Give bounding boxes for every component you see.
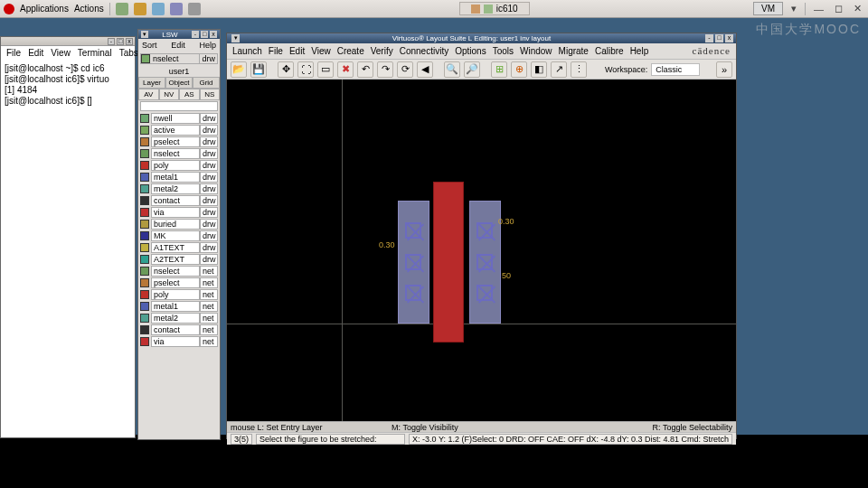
tool-icon-4[interactable]: ↗ xyxy=(551,61,567,78)
command-prompt[interactable]: Select the figure to be stretched: xyxy=(256,434,405,445)
launcher-icon-3[interactable] xyxy=(152,3,165,15)
more-icon[interactable]: » xyxy=(716,61,732,78)
tool-icon-3[interactable]: ◧ xyxy=(531,61,547,78)
menu-options[interactable]: Options xyxy=(455,46,486,56)
layer-row[interactable]: burieddrw xyxy=(140,218,218,230)
close-icon[interactable]: x xyxy=(210,31,217,38)
menu-file[interactable]: File xyxy=(269,46,283,56)
maximize-icon[interactable]: □ xyxy=(117,38,124,45)
zoom-out-icon[interactable]: 🔍 xyxy=(444,61,460,78)
layer-row[interactable]: nwelldrw xyxy=(140,112,218,124)
layer-row[interactable]: polynet xyxy=(140,288,218,300)
menu-help[interactable]: Help xyxy=(199,41,216,50)
minimize-icon[interactable]: - xyxy=(192,31,199,38)
tool-icon-1[interactable]: ⊞ xyxy=(491,61,507,78)
btn-as[interactable]: AS xyxy=(179,89,200,100)
menu-view[interactable]: View xyxy=(51,48,71,58)
layout-canvas[interactable]: 0.30 0.30 50 xyxy=(227,80,736,421)
menu-view[interactable]: View xyxy=(311,46,331,56)
undo-icon[interactable]: ↶ xyxy=(357,61,373,78)
launcher-icon-1[interactable] xyxy=(116,3,128,15)
menu-tabs[interactable]: Tabs xyxy=(119,48,138,58)
terminal-titlebar[interactable]: - □ x xyxy=(1,37,135,46)
menu-help[interactable]: Help xyxy=(630,46,649,56)
layer-row[interactable]: contactnet xyxy=(140,324,218,335)
pan-icon[interactable]: ✥ xyxy=(278,61,294,78)
layer-row[interactable]: MKdrw xyxy=(140,230,218,241)
open-icon[interactable]: 📂 xyxy=(231,61,247,78)
btn-av[interactable]: AV xyxy=(138,89,159,100)
layer-row[interactable]: A1TEXTdrw xyxy=(140,241,218,253)
applications-menu[interactable]: Applications xyxy=(20,4,69,14)
launcher-icon-2[interactable] xyxy=(134,3,146,15)
menu-verify[interactable]: Verify xyxy=(371,46,393,56)
menu-tools[interactable]: Tools xyxy=(493,46,514,56)
minimize-icon[interactable]: - xyxy=(108,38,115,45)
layer-row[interactable]: pselectdrw xyxy=(140,136,218,147)
minimize-icon[interactable]: — xyxy=(811,4,826,14)
layer-row[interactable]: metal1drw xyxy=(140,171,218,183)
menu-launch[interactable]: Launch xyxy=(232,46,262,56)
layer-row[interactable]: vianet xyxy=(140,335,218,347)
layer-row[interactable]: nselectdrw xyxy=(140,147,218,159)
layer-row[interactable]: metal1net xyxy=(140,300,218,312)
save-icon[interactable]: 💾 xyxy=(250,61,267,78)
minimize-icon[interactable]: - xyxy=(705,34,713,42)
close-icon[interactable]: ✕ xyxy=(851,3,864,14)
arrow-down-icon[interactable]: ▾ xyxy=(788,3,799,14)
layer-row[interactable]: nselectnet xyxy=(140,265,218,277)
terminal-body[interactable]: [jsit@localhost ~]$ cd ic6 [jsit@localho… xyxy=(1,60,135,110)
maximize-icon[interactable]: ◻ xyxy=(832,3,845,14)
launcher-icon-5[interactable] xyxy=(188,3,201,15)
btn-nv[interactable]: NV xyxy=(159,89,180,100)
menu-migrate[interactable]: Migrate xyxy=(559,46,589,56)
tab-grid[interactable]: Grid xyxy=(193,77,220,89)
layer-row[interactable]: metal2net xyxy=(140,312,218,324)
layer-row[interactable]: A2TEXTdrw xyxy=(140,253,218,265)
close-icon[interactable]: x xyxy=(126,38,133,45)
layer-row[interactable]: metal2drw xyxy=(140,183,218,194)
zoom-area-icon[interactable]: ▭ xyxy=(317,61,334,78)
maximize-icon[interactable]: □ xyxy=(201,31,208,38)
close-icon[interactable]: x xyxy=(725,34,733,42)
menu-calibre[interactable]: Calibre xyxy=(595,46,624,56)
layer-row[interactable]: activedrw xyxy=(140,124,218,136)
menu-icon[interactable]: ▾ xyxy=(141,31,148,38)
menu-edit[interactable]: Edit xyxy=(28,48,43,58)
vm-menu[interactable]: VM xyxy=(753,2,783,15)
tab-object[interactable]: Object xyxy=(165,77,193,89)
tab-layer[interactable]: Layer xyxy=(138,77,165,89)
prev-icon[interactable]: ◀ xyxy=(417,61,433,78)
menu-file[interactable]: File xyxy=(6,48,21,58)
selected-layer[interactable]: nselect drw xyxy=(140,53,218,64)
layer-filter-input[interactable] xyxy=(140,101,218,111)
layer-row[interactable]: pselectnet xyxy=(140,277,218,288)
layer-row[interactable]: polydrw xyxy=(140,159,218,171)
lsw-titlebar[interactable]: ▾ LSW - □ x xyxy=(138,30,220,39)
tool-icon-5[interactable]: ⋮ xyxy=(571,61,587,78)
menu-window[interactable]: Window xyxy=(520,46,552,56)
layer-row[interactable]: contactdrw xyxy=(140,194,218,206)
tool-icon-2[interactable]: ⊕ xyxy=(511,61,527,78)
actions-menu[interactable]: Actions xyxy=(74,4,104,14)
refresh-icon[interactable]: ⟳ xyxy=(397,61,413,78)
cancel-icon[interactable]: ✖ xyxy=(337,61,354,78)
menu-icon[interactable]: ▾ xyxy=(231,34,240,42)
launcher-icon-4[interactable] xyxy=(170,3,183,15)
zoom-fit-icon[interactable]: ⛶ xyxy=(297,61,314,78)
taskbar-entry-ic610[interactable]: ic610 xyxy=(459,2,530,15)
menu-connectivity[interactable]: Connectivity xyxy=(400,46,448,56)
redo-icon[interactable]: ↷ xyxy=(377,61,393,78)
workspace-select[interactable]: Classic xyxy=(651,63,700,76)
menu-sort[interactable]: Sort xyxy=(142,41,157,50)
zoom-in-icon[interactable]: 🔎 xyxy=(464,61,480,78)
menu-edit[interactable]: Edit xyxy=(171,41,185,50)
menu-edit[interactable]: Edit xyxy=(289,46,305,56)
btn-ns[interactable]: NS xyxy=(200,89,221,100)
menu-terminal[interactable]: Terminal xyxy=(78,48,112,58)
layer-row[interactable]: viadrw xyxy=(140,206,218,218)
virtuoso-titlebar[interactable]: ▾ Virtuoso® Layout Suite L Editing: user… xyxy=(227,33,736,43)
redhat-icon[interactable] xyxy=(4,4,14,14)
menu-create[interactable]: Create xyxy=(337,46,364,56)
maximize-icon[interactable]: □ xyxy=(715,34,723,42)
